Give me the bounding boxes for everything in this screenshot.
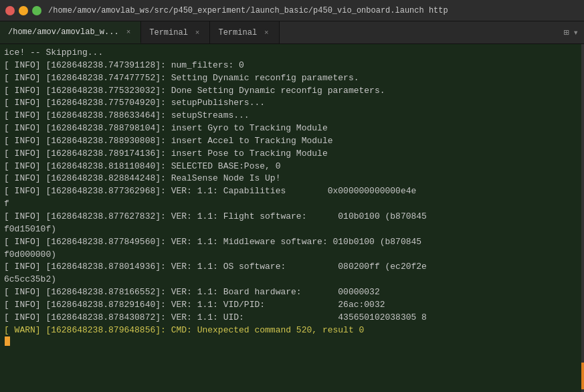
terminal-line: [ INFO] [1628648238.877362968]: VER: 1.1… — [4, 185, 580, 198]
terminal-line: ice! -- Skipping... — [4, 47, 580, 60]
terminal-line: [ INFO] [1628648238.789174136]: insert P… — [4, 148, 580, 161]
scrollbar[interactable] — [581, 44, 584, 392]
terminal-line: [ INFO] [1628648238.828844248]: RealSens… — [4, 173, 580, 185]
window-controls — [5, 6, 41, 15]
tab-bar-right: ⊞ ▾ — [558, 21, 584, 43]
tab-file-label: /home/amov/amovlab_w... — [8, 27, 119, 37]
terminal-line: [ INFO] [1628648238.788798104]: insert G… — [4, 122, 580, 135]
tab-file[interactable]: /home/amov/amovlab_w... × — [0, 21, 141, 43]
window-title: /home/amov/amovlab_ws/src/p450_experimen… — [48, 6, 579, 15]
tab-terminal-1[interactable]: Terminal × — [141, 21, 210, 43]
minimize-button[interactable] — [19, 6, 28, 15]
tab-file-close[interactable]: × — [124, 27, 133, 37]
tab-terminal-2-close[interactable]: × — [262, 28, 271, 37]
terminal-line: [ INFO] [1628648238.878166552]: VER: 1.1… — [4, 286, 580, 299]
terminal-line: [ INFO] [1628648238.775704920]: setupPub… — [4, 97, 580, 110]
terminal-line: [ INFO] [1628648238.877627832]: VER: 1.1… — [4, 211, 580, 223]
terminal-line: [ INFO] [1628648238.775323032]: Done Set… — [4, 85, 580, 98]
terminal-line: [ INFO] [1628648238.877849560]: VER: 1.1… — [4, 236, 580, 249]
terminal-cursor — [5, 336, 10, 346]
tab-terminal-1-close[interactable]: × — [193, 28, 202, 37]
maximize-button[interactable] — [32, 6, 41, 15]
terminal-line: f0d15010f) — [4, 223, 580, 236]
tab-terminal-2[interactable]: Terminal × — [210, 21, 279, 43]
terminal-line: [ INFO] [1628648238.788930808]: insert A… — [4, 135, 580, 148]
terminal-line: [ INFO] [1628648238.878014936]: VER: 1.1… — [4, 261, 580, 274]
terminal-line: 6c5cc35b2) — [4, 274, 580, 286]
new-tab-icon[interactable]: ⊞ — [563, 27, 569, 38]
terminal-line: [ INFO] [1628648238.747477752]: Setting … — [4, 72, 580, 85]
terminal-line: [ INFO] [1628648238.878291640]: VER: 1.1… — [4, 299, 580, 312]
scrollbar-thumb[interactable] — [581, 363, 584, 389]
terminal-line: f0d000000) — [4, 249, 580, 262]
terminal-line: [ INFO] [1628648238.747391128]: num_filt… — [4, 60, 580, 72]
terminal-line: [ INFO] [1628648238.788633464]: setupStr… — [4, 110, 580, 122]
close-button[interactable] — [5, 6, 15, 15]
title-bar: /home/amov/amovlab_ws/src/p450_experimen… — [0, 0, 584, 21]
terminal-cursor-line — [4, 336, 580, 346]
menu-icon[interactable]: ▾ — [573, 27, 579, 38]
terminal-line: [ WARN] [1628648238.879648856]: CMD: Une… — [4, 324, 580, 337]
tab-bar: /home/amov/amovlab_w... × Terminal × Ter… — [0, 21, 584, 44]
terminal-content[interactable]: ice! -- Skipping...[ INFO] [1628648238.7… — [0, 44, 584, 392]
tab-terminal-2-label: Terminal — [218, 28, 257, 37]
terminal-line: f — [4, 198, 580, 211]
tab-terminal-1-label: Terminal — [149, 28, 188, 37]
terminal-wrapper: ice! -- Skipping...[ INFO] [1628648238.7… — [0, 44, 584, 392]
terminal-line: [ INFO] [1628648238.818110840]: SELECTED… — [4, 161, 580, 173]
terminal-line: [ INFO] [1628648238.878430872]: VER: 1.1… — [4, 312, 580, 324]
